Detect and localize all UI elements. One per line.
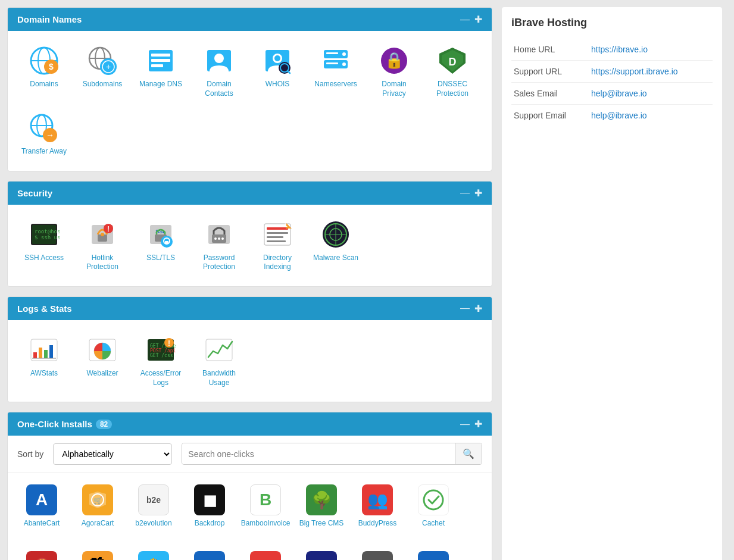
logs-minimize-icon[interactable]: — [460, 303, 470, 314]
malware-scan-item[interactable]: Malware Scan [309, 214, 363, 277]
access-error-logs-item[interactable]: GET /index 200 POST /api 404 GET /css 20… [134, 330, 188, 392]
awstats-item[interactable]: AWStats [17, 330, 71, 392]
svg-text:+: + [106, 62, 111, 71]
svg-text:!: ! [168, 339, 170, 348]
svg-point-45 [101, 233, 104, 236]
transfer-away-icon: → [29, 112, 60, 143]
app-buddypress[interactable]: 👥 BuddyPress [351, 480, 404, 532]
svg-text:→: → [46, 130, 54, 140]
svg-point-19 [274, 55, 280, 61]
app-cms-made-simple[interactable]: 🏝 CMS Made Simple [71, 546, 124, 560]
security-title: Security [17, 188, 52, 198]
support-email-value: help@ibrave.io [589, 105, 713, 127]
dnssec-icon: D [437, 45, 468, 76]
logs-stats-body: AWStats Webalizer [8, 320, 492, 402]
cachet-icon [418, 484, 449, 515]
svg-text:1: 1 [284, 221, 288, 228]
app-cubecart[interactable]: CC CubeCart [295, 546, 348, 560]
app-concretecms[interactable]: ✋ ConcreteCMS [127, 546, 180, 560]
app-cakephp[interactable]: 🎂 CakePHP [15, 546, 68, 560]
password-protection-icon [204, 219, 235, 250]
domains-label: Domains [30, 80, 58, 89]
manage-dns-item[interactable]: Manage DNS [134, 40, 188, 103]
svg-line-22 [288, 71, 290, 73]
sales-email-link[interactable]: help@ibrave.io [591, 89, 647, 98]
support-email-label: Support Email [511, 105, 589, 127]
buddypress-icon: 👥 [362, 484, 393, 515]
app-dolibarr[interactable]: D Dolibarr [351, 546, 404, 560]
app-backdrop[interactable]: ◼ Backdrop [183, 480, 236, 532]
b2evolution-label: b2evolution [135, 519, 171, 527]
sidebar: iBrave Hosting Home URL https://ibrave.i… [502, 7, 722, 560]
svg-rect-63 [267, 240, 286, 242]
whois-item[interactable]: WHOIS [251, 40, 304, 103]
logs-expand-icon[interactable]: ✚ [474, 303, 482, 314]
app-bigtreecms[interactable]: 🌳 Big Tree CMS [295, 480, 348, 532]
app-bambooinvoice[interactable]: B BambooInvoice [239, 480, 292, 532]
directory-indexing-item[interactable]: 1 Directory Indexing [251, 214, 304, 277]
logs-stats-controls: — ✚ [460, 303, 482, 314]
whois-label: WHOIS [266, 80, 290, 89]
ssl-tls-item[interactable]: SSL SSL/TLS [134, 214, 188, 277]
support-email-link[interactable]: help@ibrave.io [591, 111, 647, 120]
subdomains-item[interactable]: + Subdomains [76, 40, 129, 103]
transfer-away-item[interactable]: → Transfer Away [17, 108, 71, 161]
sort-by-label: Sort by [17, 449, 43, 459]
one-click-minimize-icon[interactable]: — [460, 419, 470, 430]
app-coppermine[interactable]: CPG Coppermine [183, 546, 236, 560]
support-url-link[interactable]: https://support.ibrave.io [591, 67, 678, 76]
ssl-tls-icon: SSL [145, 219, 176, 250]
transfer-away-label: Transfer Away [21, 147, 67, 157]
b2evolution-icon: b2e [138, 484, 169, 515]
coppermine-icon: CPG [194, 551, 225, 560]
subdomains-icon: + [87, 45, 118, 76]
malware-scan-icon [320, 219, 351, 250]
domain-privacy-item[interactable]: 🔒 Domain Privacy [367, 40, 421, 103]
app-cachet[interactable]: Cachet [407, 480, 460, 532]
bambooinvoice-icon: B [250, 484, 281, 515]
domain-contacts-item[interactable]: Domain Contacts [192, 40, 246, 103]
one-click-controls: — ✚ [460, 418, 482, 430]
svg-text:$: $ [49, 62, 54, 71]
minimize-icon[interactable]: — [460, 14, 470, 25]
security-expand-icon[interactable]: ✚ [474, 187, 482, 199]
nameservers-item[interactable]: Nameservers [309, 40, 363, 103]
support-url-value: https://support.ibrave.io [589, 61, 713, 83]
one-click-title-text: One-Click Installs [17, 419, 92, 429]
search-input[interactable] [182, 443, 455, 464]
one-click-filter-bar: Sort by Alphabetically Most Popular Newe… [8, 436, 492, 473]
ssh-access-item[interactable]: root@host $ ssh user SSH Access [17, 214, 71, 277]
app-craftcms[interactable]: C Craft CMS [239, 546, 292, 560]
webalizer-item[interactable]: Webalizer [76, 330, 129, 392]
domains-item[interactable]: $ Domains [17, 40, 71, 103]
sales-email-value: help@ibrave.io [589, 83, 713, 105]
home-url-link[interactable]: https://ibrave.io [591, 45, 648, 54]
search-box: 🔍 [182, 443, 482, 465]
domain-privacy-icon: 🔒 [379, 45, 410, 76]
dotproject-icon: d• [418, 551, 449, 560]
search-button[interactable]: 🔍 [455, 443, 482, 464]
hotlink-protection-item[interactable]: ! Hotlink Protection [76, 214, 129, 277]
expand-icon[interactable]: ✚ [474, 14, 482, 25]
main-content: Domain Names — ✚ $ Domains [7, 7, 492, 560]
webalizer-icon [87, 334, 118, 365]
security-minimize-icon[interactable]: — [460, 187, 470, 198]
dnssec-item[interactable]: D DNSSEC Protection [426, 40, 479, 103]
sidebar-info-table: Home URL https://ibrave.io Support URL h… [511, 39, 713, 126]
app-abantecart[interactable]: A AbanteCart [15, 480, 68, 532]
home-url-value: https://ibrave.io [589, 39, 713, 61]
sort-select[interactable]: Alphabetically Most Popular Newest [53, 443, 172, 465]
bandwidth-usage-item[interactable]: Bandwidth Usage [192, 330, 246, 392]
svg-rect-73 [39, 348, 42, 358]
app-dotproject[interactable]: d• dotProject [407, 546, 460, 560]
app-agoracart[interactable]: 🛒 AgoraCart [71, 480, 124, 532]
svg-rect-53 [165, 241, 168, 244]
domain-names-controls: — ✚ [460, 14, 482, 25]
home-url-row: Home URL https://ibrave.io [511, 39, 713, 61]
one-click-expand-icon[interactable]: ✚ [474, 418, 482, 430]
svg-text:!: ! [107, 225, 110, 233]
svg-text:root@host: root@host [35, 229, 60, 234]
password-protection-item[interactable]: Password Protection [192, 214, 246, 277]
app-b2evolution[interactable]: b2e b2evolution [127, 480, 180, 532]
backdrop-icon: ◼ [194, 484, 225, 515]
